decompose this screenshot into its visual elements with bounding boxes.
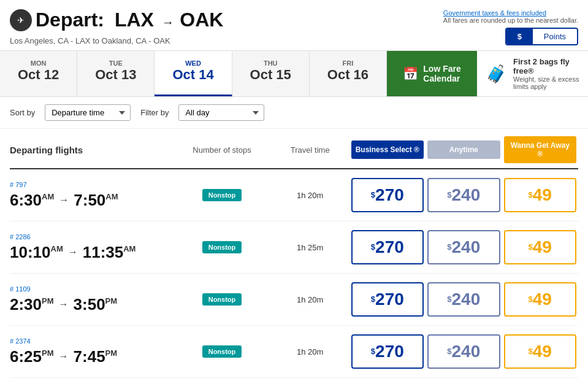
page-title: Depart: LAX → OAK — [36, 9, 223, 31]
flights-table-header: Departing flights Number of stops Travel… — [10, 129, 578, 169]
day-name-2: WED — [185, 60, 201, 67]
dollar-toggle-btn[interactable]: $ — [506, 29, 533, 44]
depart-time-2: 2:30PM — [10, 295, 54, 314]
stops-value-3: Nonstop — [173, 345, 271, 358]
points-toggle-btn[interactable]: Points — [533, 29, 577, 44]
bags-promo: 🧳 First 2 bags fly free® Weight, size & … — [477, 51, 588, 96]
date-tab-4[interactable]: FRI Oct 16 — [310, 51, 387, 96]
route-arrow: → — [162, 15, 178, 29]
depart-label: Depart: — [36, 9, 104, 31]
nonstop-badge-0: Nonstop — [202, 189, 242, 201]
depart-time-0: 6:30AM — [10, 191, 54, 210]
arrive-time-2: 3:50PM — [74, 295, 118, 314]
business-price-btn-0[interactable]: $270 — [351, 178, 424, 212]
day-name-0: MON — [31, 60, 47, 67]
anytime-price-btn-2[interactable]: $240 — [427, 282, 500, 317]
nonstop-badge-2: Nonstop — [202, 293, 242, 306]
filter-by-label: Filter by — [140, 108, 169, 117]
filter-by-select[interactable]: All day Morning Afternoon Evening — [178, 104, 264, 121]
business-price-btn-3[interactable]: $270 — [351, 334, 424, 369]
nonstop-badge-1: Nonstop — [202, 241, 242, 253]
flight-info-3: # 2374 6:25PM → 7:45PM — [10, 337, 173, 366]
flight-row-2: # 1109 2:30PM → 3:50PM Nonstop 1h 20m $2… — [10, 274, 578, 326]
header-right: Government taxes & fees included All far… — [443, 9, 578, 45]
wanna-price-btn-1[interactable]: $49 — [504, 230, 576, 264]
bags-sub: Weight, size & excess limits apply — [513, 75, 579, 90]
date-num-2: Oct 14 — [172, 67, 213, 83]
flight-number-1: # 2286 — [10, 233, 173, 241]
flight-arrow-1: → — [68, 247, 78, 258]
stops-column-header: Number of stops — [173, 145, 271, 155]
day-name-1: TUE — [109, 60, 123, 67]
travel-time-value-1: 1h 25m — [271, 243, 349, 252]
tax-link[interactable]: Government taxes & fees included — [443, 9, 578, 17]
lfc-line1: Low Fare — [423, 64, 460, 74]
flight-row-1: # 2286 10:10AM → 11:35AM Nonstop 1h 25m … — [10, 221, 578, 274]
travel-time-value-0: 1h 20m — [271, 191, 349, 200]
flight-arrow-2: → — [59, 299, 69, 310]
date-num-0: Oct 12 — [18, 67, 59, 83]
date-tab-0[interactable]: MON Oct 12 — [0, 51, 77, 96]
departing-flights-heading: Departing flights — [10, 145, 173, 155]
stops-value-1: Nonstop — [173, 241, 271, 253]
destination-code: OAK — [180, 9, 223, 31]
bags-icon: 🧳 — [486, 64, 507, 84]
depart-time-1: 10:10AM — [10, 243, 63, 262]
bags-text: First 2 bags fly free® — [513, 57, 579, 75]
route-subtitle: Los Angeles, CA - LAX to Oakland, CA - O… — [10, 36, 170, 45]
fare-toggle: $ Points — [505, 28, 578, 45]
date-tab-3[interactable]: THU Oct 15 — [232, 51, 310, 96]
svg-text:✈: ✈ — [17, 15, 25, 25]
arrive-time-3: 7:45PM — [74, 347, 118, 366]
flight-info-2: # 1109 2:30PM → 3:50PM — [10, 285, 173, 314]
anytime-price-btn-0[interactable]: $240 — [427, 178, 500, 212]
flights-list: # 797 6:30AM → 7:50AM Nonstop 1h 20m $27… — [10, 169, 578, 378]
calendar-icon: 📅 — [403, 66, 418, 81]
business-price-btn-2[interactable]: $270 — [351, 282, 424, 317]
travel-time-value-3: 1h 20m — [271, 347, 349, 356]
flight-row-0: # 797 6:30AM → 7:50AM Nonstop 1h 20m $27… — [10, 169, 578, 221]
date-num-4: Oct 16 — [327, 67, 368, 83]
flight-arrow-3: → — [59, 351, 69, 362]
day-name-3: THU — [264, 60, 278, 67]
origin-code: LAX — [115, 9, 154, 31]
nonstop-badge-3: Nonstop — [202, 345, 242, 358]
date-tabs-bar: MON Oct 12 TUE Oct 13 WED Oct 14 THU Oct… — [0, 51, 588, 97]
flights-section: Departing flights Number of stops Travel… — [0, 129, 588, 378]
anytime-price-btn-1[interactable]: $240 — [427, 230, 500, 264]
wanna-get-away-column-header: Wanna Get Away ® — [504, 136, 576, 163]
flight-number-0: # 797 — [10, 181, 173, 188]
flight-number-3: # 2374 — [10, 337, 173, 345]
travel-time-value-2: 1h 20m — [271, 295, 349, 304]
anytime-column-header: Anytime — [427, 140, 500, 159]
flight-info-0: # 797 6:30AM → 7:50AM — [10, 181, 173, 210]
flight-row-3: # 2374 6:25PM → 7:45PM Nonstop 1h 20m $2… — [10, 326, 578, 378]
business-price-btn-1[interactable]: $270 — [351, 230, 424, 264]
wanna-price-btn-2[interactable]: $49 — [504, 282, 576, 317]
date-tab-2[interactable]: WED Oct 14 — [155, 51, 232, 96]
travel-time-column-header: Travel time — [271, 145, 349, 155]
lfc-line2: Calendar — [423, 74, 460, 83]
flight-arrow-0: → — [59, 194, 69, 206]
wanna-price-btn-0[interactable]: $49 — [504, 178, 576, 212]
wanna-price-btn-3[interactable]: $49 — [504, 334, 576, 369]
depart-time-3: 6:25PM — [10, 347, 54, 366]
sort-by-select[interactable]: Departure time Arrival time Travel time — [45, 104, 131, 121]
stops-value-0: Nonstop — [173, 189, 271, 201]
anytime-price-btn-3[interactable]: $240 — [427, 334, 500, 369]
southwest-logo: ✈ — [10, 9, 32, 31]
sort-by-label: Sort by — [10, 108, 35, 117]
business-select-column-header: Business Select ® — [351, 140, 424, 159]
sort-filter-bar: Sort by Departure time Arrival time Trav… — [0, 97, 588, 129]
arrive-time-1: 11:35AM — [83, 243, 136, 262]
arrive-time-0: 7:50AM — [74, 191, 118, 210]
page-header: ✈ Depart: LAX → OAK Los Angeles, CA - LA… — [0, 0, 588, 51]
tax-subtitle: All fares are rounded up to the nearest … — [443, 17, 578, 24]
flight-number-2: # 1109 — [10, 285, 173, 293]
date-tab-1[interactable]: TUE Oct 13 — [77, 51, 155, 96]
stops-value-2: Nonstop — [173, 293, 271, 306]
date-num-1: Oct 13 — [95, 67, 136, 83]
low-fare-calendar-tab[interactable]: 📅 Low Fare Calendar — [387, 51, 477, 96]
day-name-4: FRI — [343, 60, 354, 67]
flight-info-1: # 2286 10:10AM → 11:35AM — [10, 233, 173, 262]
